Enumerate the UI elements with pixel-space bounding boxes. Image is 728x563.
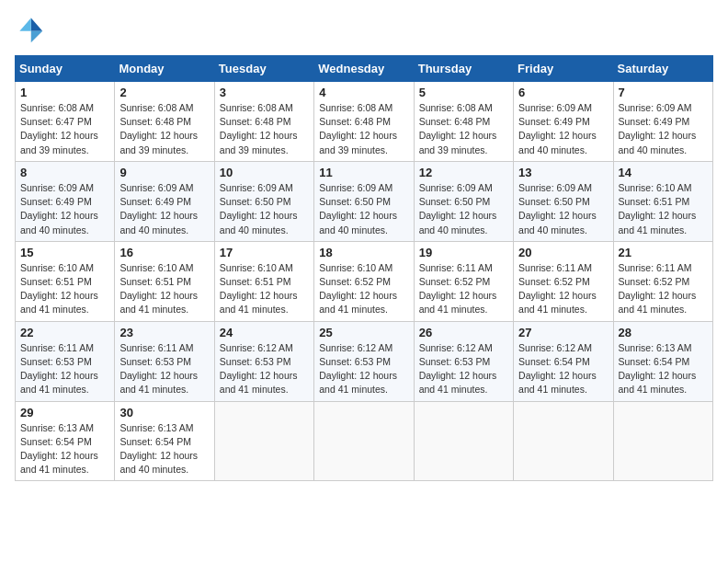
day-number: 19 [419,246,508,259]
day-info: Sunrise: 6:10 AMSunset: 6:51 PMDaylight:… [20,261,109,317]
day-number: 7 [619,86,708,99]
day-number: 24 [220,326,309,339]
logo-icon [15,15,44,44]
day-number: 18 [319,246,408,259]
day-info: Sunrise: 6:09 AMSunset: 6:50 PMDaylight:… [419,181,508,237]
calendar-cell: 2Sunrise: 6:08 AMSunset: 6:48 PMDaylight… [115,82,214,162]
day-number: 11 [319,166,408,179]
calendar-cell [414,401,513,481]
day-info: Sunrise: 6:12 AMSunset: 6:53 PMDaylight:… [319,341,408,397]
calendar-cell: 5Sunrise: 6:08 AMSunset: 6:48 PMDaylight… [414,82,513,162]
day-info: Sunrise: 6:08 AMSunset: 6:48 PMDaylight:… [220,101,309,157]
day-info: Sunrise: 6:13 AMSunset: 6:54 PMDaylight:… [119,421,209,477]
day-number: 23 [119,326,209,339]
week-row-1: 1Sunrise: 6:08 AMSunset: 6:47 PMDaylight… [16,82,713,162]
calendar-cell: 21Sunrise: 6:11 AMSunset: 6:52 PMDayligh… [613,241,712,321]
day-info: Sunrise: 6:08 AMSunset: 6:48 PMDaylight:… [119,101,209,157]
week-row-3: 15Sunrise: 6:10 AMSunset: 6:51 PMDayligh… [16,241,713,321]
calendar-cell: 30Sunrise: 6:13 AMSunset: 6:54 PMDayligh… [115,401,214,481]
day-number: 22 [20,326,109,339]
day-number: 14 [619,166,708,179]
day-number: 6 [518,86,608,99]
day-info: Sunrise: 6:09 AMSunset: 6:49 PMDaylight:… [518,101,608,157]
calendar-cell: 3Sunrise: 6:08 AMSunset: 6:48 PMDaylight… [214,82,313,162]
day-number: 10 [220,166,309,179]
day-number: 17 [220,246,309,259]
column-header-sunday: Sunday [16,56,115,82]
day-info: Sunrise: 6:11 AMSunset: 6:52 PMDaylight:… [619,261,708,317]
calendar-body: 1Sunrise: 6:08 AMSunset: 6:47 PMDaylight… [16,82,713,481]
svg-marker-0 [31,18,42,31]
day-number: 3 [220,86,309,99]
calendar-cell: 17Sunrise: 6:10 AMSunset: 6:51 PMDayligh… [214,241,313,321]
day-number: 30 [119,406,209,419]
svg-marker-1 [31,31,42,42]
calendar-cell: 18Sunrise: 6:10 AMSunset: 6:52 PMDayligh… [314,241,414,321]
day-info: Sunrise: 6:10 AMSunset: 6:51 PMDaylight:… [619,181,708,237]
day-info: Sunrise: 6:09 AMSunset: 6:50 PMDaylight:… [319,181,408,237]
day-number: 26 [419,326,508,339]
day-number: 1 [20,86,109,99]
calendar-cell: 8Sunrise: 6:09 AMSunset: 6:49 PMDaylight… [16,161,115,241]
calendar-cell: 9Sunrise: 6:09 AMSunset: 6:49 PMDaylight… [115,161,214,241]
calendar-cell: 29Sunrise: 6:13 AMSunset: 6:54 PMDayligh… [16,401,115,481]
day-info: Sunrise: 6:11 AMSunset: 6:52 PMDaylight:… [518,261,608,317]
calendar-cell: 26Sunrise: 6:12 AMSunset: 6:53 PMDayligh… [414,321,513,401]
day-info: Sunrise: 6:09 AMSunset: 6:49 PMDaylight:… [119,181,209,237]
day-number: 8 [20,166,109,179]
page-header [15,15,713,44]
day-info: Sunrise: 6:11 AMSunset: 6:52 PMDaylight:… [419,261,508,317]
calendar-cell: 25Sunrise: 6:12 AMSunset: 6:53 PMDayligh… [314,321,414,401]
day-number: 29 [20,406,109,419]
day-number: 2 [119,86,209,99]
day-info: Sunrise: 6:09 AMSunset: 6:49 PMDaylight:… [20,181,109,237]
calendar-cell: 13Sunrise: 6:09 AMSunset: 6:50 PMDayligh… [514,161,613,241]
day-number: 12 [419,166,508,179]
day-number: 15 [20,246,109,259]
day-number: 4 [319,86,408,99]
day-info: Sunrise: 6:11 AMSunset: 6:53 PMDaylight:… [20,341,109,397]
day-number: 13 [518,166,608,179]
calendar-cell: 6Sunrise: 6:09 AMSunset: 6:49 PMDaylight… [514,82,613,162]
day-number: 25 [319,326,408,339]
day-info: Sunrise: 6:13 AMSunset: 6:54 PMDaylight:… [20,421,109,477]
day-info: Sunrise: 6:08 AMSunset: 6:48 PMDaylight:… [319,101,408,157]
calendar-header: SundayMondayTuesdayWednesdayThursdayFrid… [16,56,713,82]
day-number: 5 [419,86,508,99]
day-info: Sunrise: 6:12 AMSunset: 6:53 PMDaylight:… [419,341,508,397]
column-header-thursday: Thursday [414,56,513,82]
day-number: 16 [119,246,209,259]
day-number: 21 [619,246,708,259]
calendar-cell [514,401,613,481]
calendar-cell: 16Sunrise: 6:10 AMSunset: 6:51 PMDayligh… [115,241,214,321]
calendar-table: SundayMondayTuesdayWednesdayThursdayFrid… [15,55,713,481]
logo [15,15,48,44]
day-info: Sunrise: 6:09 AMSunset: 6:49 PMDaylight:… [619,101,708,157]
calendar-cell: 10Sunrise: 6:09 AMSunset: 6:50 PMDayligh… [214,161,313,241]
column-header-monday: Monday [115,56,214,82]
calendar-cell: 24Sunrise: 6:12 AMSunset: 6:53 PMDayligh… [214,321,313,401]
day-info: Sunrise: 6:09 AMSunset: 6:50 PMDaylight:… [220,181,309,237]
calendar-cell: 7Sunrise: 6:09 AMSunset: 6:49 PMDaylight… [613,82,712,162]
day-number: 28 [619,326,708,339]
day-info: Sunrise: 6:09 AMSunset: 6:50 PMDaylight:… [518,181,608,237]
calendar-cell: 1Sunrise: 6:08 AMSunset: 6:47 PMDaylight… [16,82,115,162]
day-info: Sunrise: 6:12 AMSunset: 6:53 PMDaylight:… [220,341,309,397]
week-row-5: 29Sunrise: 6:13 AMSunset: 6:54 PMDayligh… [16,401,713,481]
calendar-cell: 12Sunrise: 6:09 AMSunset: 6:50 PMDayligh… [414,161,513,241]
column-header-friday: Friday [514,56,613,82]
day-number: 9 [119,166,209,179]
calendar-cell: 23Sunrise: 6:11 AMSunset: 6:53 PMDayligh… [115,321,214,401]
day-info: Sunrise: 6:10 AMSunset: 6:51 PMDaylight:… [220,261,309,317]
calendar-cell: 15Sunrise: 6:10 AMSunset: 6:51 PMDayligh… [16,241,115,321]
day-info: Sunrise: 6:13 AMSunset: 6:54 PMDaylight:… [619,341,708,397]
calendar-cell: 27Sunrise: 6:12 AMSunset: 6:54 PMDayligh… [514,321,613,401]
calendar-cell: 28Sunrise: 6:13 AMSunset: 6:54 PMDayligh… [613,321,712,401]
day-info: Sunrise: 6:10 AMSunset: 6:52 PMDaylight:… [319,261,408,317]
header-row: SundayMondayTuesdayWednesdayThursdayFrid… [16,56,713,82]
column-header-saturday: Saturday [613,56,712,82]
calendar-cell: 14Sunrise: 6:10 AMSunset: 6:51 PMDayligh… [613,161,712,241]
column-header-tuesday: Tuesday [214,56,313,82]
column-header-wednesday: Wednesday [314,56,414,82]
day-number: 20 [518,246,608,259]
